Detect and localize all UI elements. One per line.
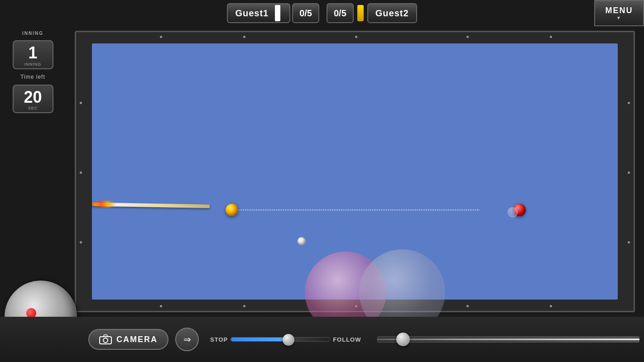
score-middle: 0/5 xyxy=(325,3,364,23)
menu-label: MENU xyxy=(606,6,633,15)
cue-ball-yellow xyxy=(226,204,238,216)
menu-chevron-icon: ▼ xyxy=(616,15,622,20)
flame-effect xyxy=(94,201,117,208)
timer-box: 20 SEC xyxy=(13,85,53,114)
follow-label: FOLLOW xyxy=(333,336,361,343)
header: Guest1 0/5 0/5 Guest2 MENU ▼ xyxy=(0,0,644,26)
spin-fill xyxy=(231,338,290,341)
camera-icon xyxy=(99,334,112,344)
inning-box: 1 INNING xyxy=(13,40,53,69)
ghost-target-ball xyxy=(508,207,518,217)
timer-label: Time left xyxy=(20,74,45,80)
table-surface[interactable] xyxy=(92,43,618,300)
player2-score: 0/5 xyxy=(327,3,354,23)
timer-value: 20 xyxy=(24,88,42,106)
table-border xyxy=(75,31,635,312)
spin-track[interactable] xyxy=(231,337,330,342)
arrow-icon: ⇒ xyxy=(183,334,191,345)
inning-number: 1 xyxy=(28,44,37,62)
table-container[interactable] xyxy=(66,26,644,317)
player2-panel: Guest2 xyxy=(367,3,417,23)
timer-sub-label: SEC xyxy=(28,106,38,110)
spin-control: STOP FOLLOW xyxy=(210,336,361,343)
inning-sub-label: INNING xyxy=(24,62,42,67)
menu-button[interactable]: MENU ▼ xyxy=(594,0,644,26)
arrow-button[interactable]: ⇒ xyxy=(175,328,199,351)
stop-label: STOP xyxy=(210,336,228,343)
cue-stick xyxy=(92,202,210,208)
player1-score: 0/5 xyxy=(292,3,319,23)
camera-label: CAMERA xyxy=(116,335,158,344)
svg-point-1 xyxy=(103,338,108,343)
cue-power-thumb[interactable] xyxy=(396,333,410,346)
aim-line xyxy=(226,210,479,210)
player1-panel: Guest1 xyxy=(227,3,290,23)
player2-name: Guest2 xyxy=(375,8,409,19)
cue-visual xyxy=(377,339,640,340)
spin-slider-container: STOP FOLLOW xyxy=(210,336,361,343)
player1-divider xyxy=(275,5,280,21)
spin-thumb[interactable] xyxy=(283,334,294,346)
player2-indicator xyxy=(357,5,364,21)
camera-button[interactable]: CAMERA xyxy=(88,329,168,350)
object-ball-white xyxy=(298,237,306,245)
player1-name: Guest1 xyxy=(235,8,269,19)
bottom-bar: CAMERA ⇒ STOP FOLLOW xyxy=(0,317,644,362)
inning-top-label: INNING xyxy=(22,31,43,36)
cue-power-container[interactable] xyxy=(377,330,640,348)
